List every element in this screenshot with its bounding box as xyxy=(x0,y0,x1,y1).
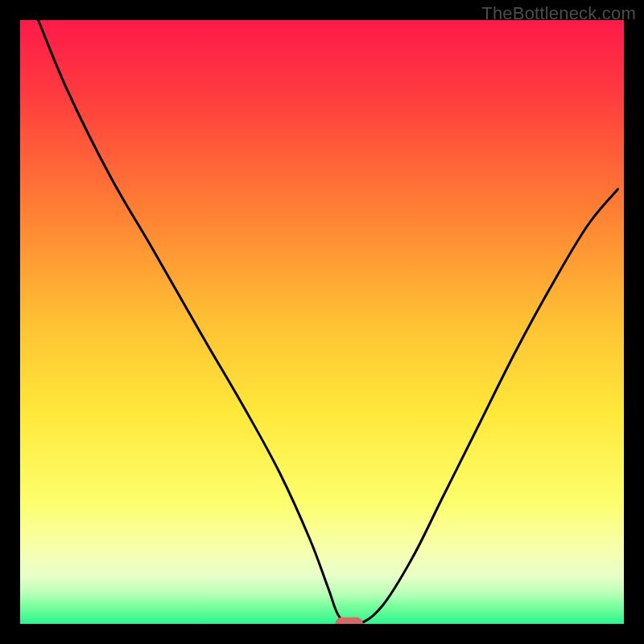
gradient-background xyxy=(20,20,624,624)
chart-svg xyxy=(20,20,624,624)
watermark-text: TheBottleneck.com xyxy=(481,3,636,24)
min-marker xyxy=(336,617,364,624)
chart-frame: TheBottleneck.com xyxy=(0,0,644,644)
plot-area xyxy=(20,20,624,624)
